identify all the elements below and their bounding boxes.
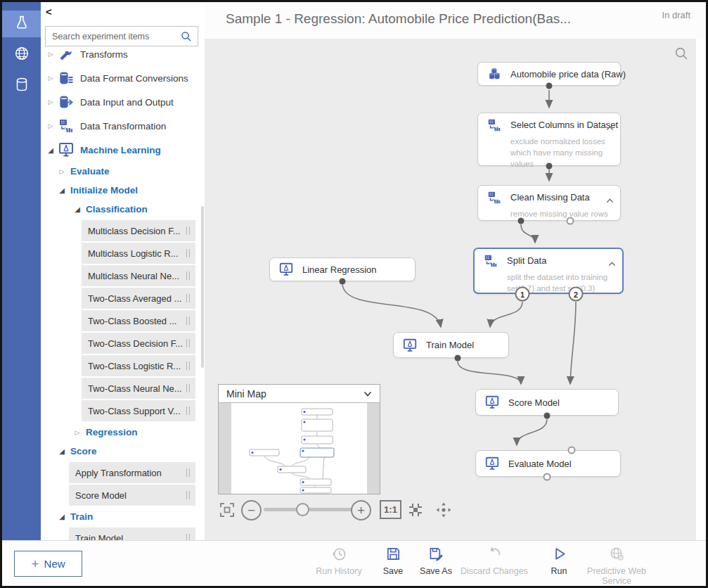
sidebar-category-classification[interactable]: ◢ Classification (41, 200, 205, 219)
node-train-model[interactable]: Train Model (393, 332, 509, 358)
module-two-class-boosted[interactable]: Two-Class Boosted ... (82, 310, 195, 331)
module-multiclass-neural-network[interactable]: Multiclass Neural Ne... (82, 265, 195, 286)
pan-icon[interactable] (435, 501, 453, 522)
output-port[interactable] (340, 279, 346, 285)
chevron-up-icon[interactable] (606, 121, 614, 127)
globe-icon (13, 45, 30, 65)
experiment-canvas[interactable]: Sample 1 - Regression: Automobile Price … (205, 2, 706, 540)
sidebar-category-score[interactable]: ◢ Score (41, 442, 205, 461)
sidebar-category-initialize-model[interactable]: ◢ Initialize Model (41, 181, 205, 200)
sidebar-item-label: Data Input and Output (80, 97, 174, 108)
output-port[interactable] (455, 355, 461, 362)
chevron-right-icon: ▷ (46, 98, 55, 106)
grip-icon (186, 317, 190, 325)
chevron-right-icon: ▷ (73, 429, 82, 436)
data-transform-icon (58, 117, 75, 134)
zoom-in-button[interactable]: + (351, 500, 371, 520)
module-apply-transformation[interactable]: Apply Transformation (69, 462, 195, 483)
zoom-to-fit-icon[interactable] (406, 501, 425, 522)
sidebar-item-label: Data Transformation (80, 121, 166, 132)
predictive-web-service-button: Predictive Web Service (578, 546, 655, 587)
sidebar-item-machine-learning[interactable]: ◢ Machine Learning (41, 138, 205, 162)
transform-icon (486, 117, 503, 133)
run-icon (551, 552, 567, 564)
minimap-header[interactable]: Mini Map (219, 385, 380, 403)
output-port[interactable] (544, 413, 551, 419)
transforms-icon (58, 51, 75, 63)
grip-icon (186, 468, 190, 477)
rail-item-web-services[interactable] (2, 41, 41, 68)
module-two-class-logistic-regression[interactable]: Two-Class Logistic R... (82, 355, 195, 376)
rail-item-experiments[interactable] (2, 11, 41, 37)
sidebar-category-evaluate[interactable]: ▷ Evaluate (41, 162, 205, 181)
module-train-model[interactable]: Train Model (69, 528, 195, 540)
module-multiclass-decision-forest[interactable]: Multiclass Decision F... (82, 220, 195, 241)
node-score-model[interactable]: Score Model (475, 389, 619, 416)
minimap-edge (219, 403, 231, 494)
search-box (45, 26, 198, 46)
chevron-up-icon[interactable] (608, 257, 616, 262)
search-input[interactable] (46, 32, 180, 41)
split-output-port-1[interactable]: 1 (515, 287, 530, 302)
experiment-title: Sample 1 - Regression: Automobile Price … (226, 11, 571, 27)
sidebar-item-transforms[interactable]: ▷ Transforms (41, 51, 205, 66)
module-score-model[interactable]: Score Model (69, 485, 195, 506)
zoom-out-button[interactable]: − (241, 500, 262, 520)
zoom-slider-handle[interactable] (296, 503, 309, 516)
undo-icon (487, 552, 503, 564)
command-bar: + New Run History Save Save As Discard C… (2, 540, 706, 586)
output-port[interactable] (546, 163, 553, 170)
search-icon[interactable] (180, 30, 193, 43)
input-port[interactable] (568, 447, 576, 454)
output-port[interactable] (518, 218, 524, 224)
ml-icon (401, 338, 418, 353)
split-output-port-2[interactable]: 2 (569, 287, 584, 302)
rail-item-datasets[interactable] (2, 72, 41, 99)
minimap-graph (219, 403, 380, 494)
minimap-viewport[interactable] (219, 403, 380, 494)
sidebar-item-data-input-output[interactable]: ▷ Data Input and Output (41, 90, 205, 114)
sidebar-scrollbar[interactable] (201, 206, 204, 368)
node-select-columns[interactable]: Select Columns in Dataset exclude normal… (477, 113, 621, 166)
triangle-expanded-icon: ◢ (73, 205, 82, 213)
transform-icon (482, 253, 499, 269)
sidebar-collapse-button[interactable]: < (46, 6, 52, 17)
grip-icon (186, 384, 190, 392)
chevron-up-icon[interactable] (606, 193, 614, 199)
minimap-panel: Mini Map (218, 384, 380, 494)
chevron-right-icon: ▷ (46, 51, 55, 58)
actual-size-button[interactable]: 1:1 (380, 500, 401, 519)
minimap-title: Mini Map (226, 388, 363, 400)
module-two-class-support-vector[interactable]: Two-Class Support V... (82, 400, 195, 421)
flask-icon (13, 14, 30, 34)
chevron-right-icon: ▷ (58, 168, 66, 175)
output-port[interactable] (543, 473, 551, 481)
fit-to-screen-icon[interactable] (218, 501, 236, 522)
module-multiclass-logistic-regression[interactable]: Multiclass Logistic R... (82, 243, 195, 264)
triangle-expanded-icon: ◢ (58, 447, 66, 455)
module-two-class-neural-network[interactable]: Two-Class Neural Ne... (82, 378, 195, 399)
module-two-class-decision-forest[interactable]: Two-Class Decision F... (82, 333, 195, 354)
triangle-expanded-icon: ◢ (46, 146, 55, 154)
data-io-icon (58, 94, 75, 110)
canvas-scroll-gutter (696, 39, 706, 540)
output-port[interactable] (567, 217, 574, 225)
node-comment: split the dataset into training set(0.7)… (475, 272, 622, 300)
module-tree: ▷ Transforms ▷ Data Format Conversions ▷… (41, 51, 205, 540)
minimap-edge (367, 403, 380, 494)
chevron-down-icon[interactable] (363, 389, 373, 399)
node-clean-missing-data[interactable]: Clean Missing Data remove missing value … (477, 185, 621, 221)
module-two-class-averaged[interactable]: Two-Class Averaged ... (82, 288, 195, 309)
sidebar-item-data-format-conversions[interactable]: ▷ Data Format Conversions (41, 66, 205, 90)
transform-icon (486, 190, 503, 205)
sidebar-item-data-transformation[interactable]: ▷ Data Transformation (41, 114, 205, 138)
sidebar-category-regression[interactable]: ▷ Regression (41, 423, 205, 442)
node-split-data[interactable]: Split Data split the dataset into traini… (473, 248, 624, 294)
zoom-slider-track[interactable] (264, 508, 362, 511)
output-port[interactable] (546, 83, 553, 89)
left-nav-rail (2, 2, 41, 540)
sidebar-category-train[interactable]: ◢ Train (41, 507, 205, 526)
canvas-search-icon[interactable] (674, 46, 689, 61)
new-button[interactable]: + New (14, 551, 82, 577)
dataset-icon (486, 66, 503, 82)
